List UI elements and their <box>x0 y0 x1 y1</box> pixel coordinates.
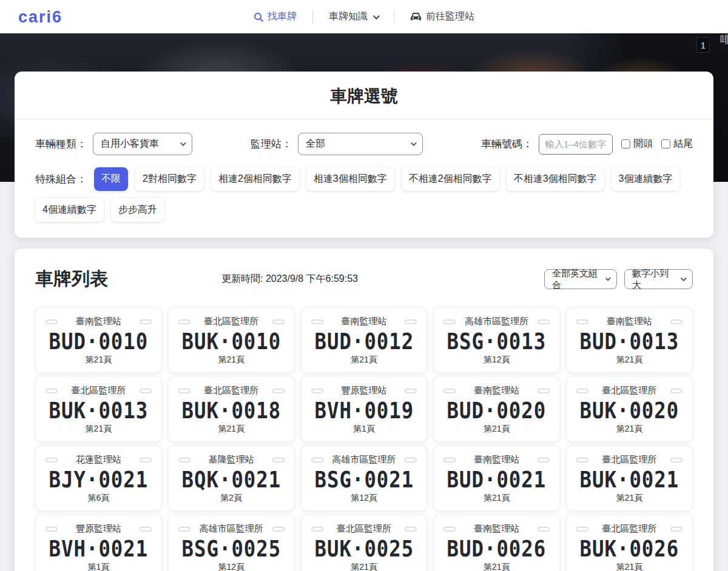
plate-top-row: 豐原監理站 <box>302 385 427 396</box>
plate-card[interactable]: 臺南監理站BUD·0021第21頁 <box>433 446 560 511</box>
screw-hole-icon <box>178 389 190 393</box>
plate-top-row: 豐原監理站 <box>36 523 161 535</box>
search-icon <box>254 12 263 22</box>
plate-station: 臺北區監理所 <box>337 523 391 535</box>
plate-card[interactable]: 基隆監理站BQK·0021第2頁 <box>168 446 295 511</box>
suffix-checkbox-wrap[interactable]: 結尾 <box>661 138 693 150</box>
plate-card[interactable]: 臺南監理站BUD·0010第21頁 <box>35 307 162 373</box>
sort-controls: 全部英文組合 數字小到大 <box>544 269 693 289</box>
plate-list-title: 車牌列表 <box>35 267 108 292</box>
plate-top-row: 臺南監理站 <box>567 316 692 327</box>
special-option-chip[interactable]: 不相連2個相同數字 <box>402 167 499 191</box>
plate-page: 第2頁 <box>169 493 294 504</box>
plate-card[interactable]: 高雄市區監理所BSG·0013第12頁 <box>433 307 560 373</box>
plate-card[interactable]: 臺北區監理所BUK·0026第21頁 <box>566 515 693 571</box>
plate-page: 第21頁 <box>434 562 559 571</box>
plate-card[interactable]: 高雄市區監理所BSG·0025第12頁 <box>168 515 295 571</box>
special-option-chip[interactable]: 不相連3個相同數字 <box>507 167 604 191</box>
plate-top-row: 臺北區監理所 <box>567 523 692 535</box>
special-option-chip[interactable]: 相連3個相同數字 <box>306 167 394 191</box>
special-option-chip[interactable]: 4個連續數字 <box>35 198 104 222</box>
plate-card[interactable]: 花蓮監理站BJY·0021第6頁 <box>35 446 162 511</box>
nav-item-search-plate[interactable]: 找車牌 <box>254 10 297 23</box>
plate-top-row: 臺北區監理所 <box>567 454 692 466</box>
station-select[interactable]: 全部 <box>298 133 423 155</box>
plate-page: 第12頁 <box>302 493 427 504</box>
screw-hole-icon <box>405 319 417 324</box>
plate-top-row: 高雄市區監理所 <box>302 454 427 466</box>
plate-station: 臺南監理站 <box>76 316 121 327</box>
suffix-checkbox[interactable] <box>661 139 670 149</box>
screw-hole-icon <box>538 319 550 324</box>
plate-station: 臺北區監理所 <box>602 454 657 466</box>
plate-card[interactable]: 臺南監理站BUD·0013第21頁 <box>566 307 693 373</box>
street-sign: 1 <box>696 37 710 53</box>
plate-station: 臺北區監理所 <box>71 385 126 396</box>
special-option-chip[interactable]: 相連2個相同數字 <box>211 167 299 191</box>
plate-station: 臺南監理站 <box>607 316 652 327</box>
prefix-checkbox-wrap[interactable]: 開頭 <box>621 138 653 150</box>
plate-page: 第21頁 <box>434 493 559 504</box>
nav-item-label: 前往監理站 <box>426 10 474 23</box>
plate-card[interactable]: 臺北區監理所BUK·0010第21頁 <box>168 307 295 373</box>
plate-number: BUD·0010 <box>37 330 160 353</box>
nav-divider <box>312 10 313 24</box>
letter-combo-select[interactable]: 全部英文組合 <box>544 269 617 289</box>
station-label: 監理站： <box>251 137 292 151</box>
screw-hole-icon <box>538 527 550 532</box>
plate-card[interactable]: 臺北區監理所BUK·0025第21頁 <box>301 515 428 571</box>
plate-card[interactable]: 豐原監理站BVH·0021第1頁 <box>35 515 162 571</box>
plate-number-input[interactable] <box>539 134 613 155</box>
plate-card[interactable]: 豐原監理站BVH·0019第1頁 <box>301 376 428 442</box>
vehicle-type-select[interactable]: 自用小客貨車 <box>93 133 192 155</box>
screw-hole-icon <box>576 527 588 532</box>
screw-hole-icon <box>46 389 58 393</box>
plate-card[interactable]: 臺北區監理所BUK·0021第21頁 <box>566 446 693 511</box>
plate-card[interactable]: 高雄市區監理所BSG·0021第12頁 <box>301 446 428 511</box>
special-option-chip[interactable]: 2對相同數字 <box>135 167 204 191</box>
special-option-chip[interactable]: 3個連續數字 <box>612 167 680 191</box>
plate-top-row: 臺北區監理所 <box>169 385 294 396</box>
special-option-chip[interactable]: 不限 <box>94 167 128 191</box>
plate-station: 臺北區監理所 <box>602 385 657 396</box>
number-order-select[interactable]: 數字小到大 <box>624 269 693 289</box>
plate-number: BUD·0012 <box>303 330 426 353</box>
filter-row: 車輛種類： 自用小客貨車 監理站： 全部 車輛號碼： 開頭 <box>35 133 693 155</box>
screw-hole-icon <box>405 389 417 393</box>
nav-item-label: 找車牌 <box>268 10 297 23</box>
plate-number: BUD·0026 <box>435 537 558 560</box>
plate-station: 高雄市區監理所 <box>332 454 396 466</box>
plate-station: 高雄市區監理所 <box>200 523 263 535</box>
plate-station: 臺南監理站 <box>474 385 519 396</box>
plate-station: 基隆監理站 <box>209 454 254 466</box>
plate-station: 臺北區監理所 <box>204 385 258 396</box>
plate-number: BJY·0021 <box>37 468 160 491</box>
brand-logo[interactable]: cari6 <box>18 7 62 26</box>
plate-card[interactable]: 臺南監理站BUD·0012第21頁 <box>301 307 428 373</box>
screw-hole-icon <box>140 319 152 324</box>
special-option-chip[interactable]: 步步高升 <box>111 198 164 222</box>
plate-card[interactable]: 臺北區監理所BUK·0020第21頁 <box>566 376 693 442</box>
prefix-checkbox[interactable] <box>621 139 630 149</box>
plate-page: 第21頁 <box>302 355 427 366</box>
plate-card[interactable]: 臺南監理站BUD·0026第21頁 <box>433 515 560 571</box>
plate-card[interactable]: 臺北區監理所BUK·0013第21頁 <box>35 376 162 442</box>
screw-hole-icon <box>670 319 682 324</box>
plate-card[interactable]: 臺南監理站BUD·0020第21頁 <box>433 376 560 442</box>
plate-card[interactable]: 臺北區監理所BUK·0018第21頁 <box>168 376 295 442</box>
chevron-down-icon <box>605 275 611 281</box>
screw-hole-icon <box>670 458 682 462</box>
plate-top-row: 臺南監理站 <box>434 523 559 535</box>
plate-page: 第21頁 <box>36 355 161 366</box>
plate-page: 第21頁 <box>567 562 692 571</box>
station-group: 監理站： 全部 <box>251 133 423 155</box>
page-title: 車牌選號 <box>35 85 693 119</box>
screw-hole-icon <box>443 389 456 393</box>
plate-page: 第12頁 <box>169 562 294 571</box>
selected-value: 全部英文組合 <box>552 268 598 291</box>
nav-item-plate-knowledge[interactable]: 車牌知識 <box>329 10 378 23</box>
nav-item-go-dmv[interactable]: 前往監理站 <box>410 10 474 23</box>
vehicle-type-group: 車輛種類： 自用小客貨車 <box>35 133 192 155</box>
screw-hole-icon <box>576 319 588 324</box>
screw-hole-icon <box>670 527 682 532</box>
